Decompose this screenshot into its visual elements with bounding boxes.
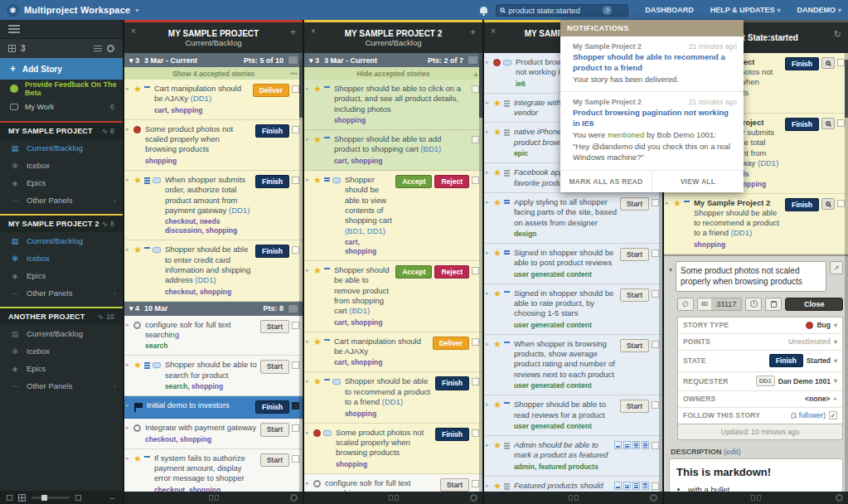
iteration-menu-icon[interactable] [468, 56, 477, 64]
story-expand-caret-icon[interactable]: ▸ [306, 85, 311, 125]
story-expand-caret-icon[interactable]: ▸ [306, 177, 311, 256]
sidebar-item-current-backlog[interactable]: ▤Current/Backlog [0, 232, 123, 250]
story-row[interactable]: ▸★My Sample Project 2Shopper should be a… [664, 194, 848, 254]
close-panel-icon[interactable]: × [131, 27, 136, 36]
story-label[interactable]: cart, [334, 358, 351, 366]
refresh-icon[interactable]: ↻ [834, 29, 841, 40]
story-ref[interactable]: (DD1) [731, 228, 752, 237]
finish-button[interactable]: Finish [785, 57, 819, 70]
start-button[interactable]: Start [440, 478, 469, 492]
focus-search-button[interactable] [821, 57, 835, 69]
deliver-button[interactable]: Deliver [433, 337, 469, 350]
estimate-selector[interactable] [614, 482, 649, 490]
story-label[interactable]: shopping [351, 318, 382, 327]
story-label[interactable]: cart, [345, 238, 360, 246]
toggle-more-icon[interactable]: ▴ [474, 70, 477, 78]
story-label[interactable]: shopping [206, 226, 237, 235]
estimate-option-1[interactable] [614, 441, 622, 449]
story-label[interactable]: user generated content [514, 270, 592, 279]
story-ref[interactable]: (DD1) [195, 275, 216, 284]
project-activity[interactable]: ∿8 [102, 220, 114, 228]
story-label[interactable]: featured products [539, 463, 598, 471]
story-label[interactable]: shopping [189, 486, 220, 492]
finish-button[interactable]: Finish [255, 124, 289, 138]
story-checkbox[interactable] [292, 322, 299, 329]
story-label[interactable]: shopping [145, 157, 177, 165]
story-label[interactable]: shopping [191, 382, 223, 390]
estimate-option-3[interactable] [632, 441, 640, 449]
workspace-caret-icon[interactable]: ▾ [135, 7, 138, 14]
accepted-toggle-bar[interactable]: Hide accepted stories▴ [304, 67, 482, 80]
story-label[interactable]: search [145, 342, 167, 350]
description-edit-link[interactable]: (edit) [724, 448, 741, 456]
search-box[interactable]: ? [496, 4, 628, 17]
panels-grid-icon[interactable] [8, 45, 16, 52]
story-expand-caret-icon[interactable]: ▸ [126, 177, 131, 235]
split-panel-icon[interactable] [209, 495, 219, 501]
sidebar-item-epics[interactable]: ◈Epics [0, 174, 123, 191]
story-expand-caret-icon[interactable]: ▸ [486, 341, 491, 390]
reject-button[interactable]: Reject [434, 175, 469, 188]
project-activity[interactable]: ∿8 [102, 127, 114, 135]
zoom-slider-handle[interactable] [41, 495, 47, 501]
delete-story-button[interactable] [765, 298, 782, 311]
story-label[interactable]: user generated content [514, 381, 592, 390]
sidebar-item-other-panels[interactable]: ⋯Other Panels› [0, 191, 123, 209]
start-button[interactable]: Start [620, 248, 649, 261]
story-row[interactable]: ▸Initial demo to investorsFinish [124, 396, 303, 419]
iteration-caret-icon[interactable]: ▾ 3 [309, 56, 319, 65]
story-expand-caret-icon[interactable]: ▸ [306, 480, 311, 492]
story-checkbox[interactable] [837, 200, 845, 207]
start-button[interactable]: Start [260, 320, 289, 333]
story-label[interactable]: user generated content [514, 422, 592, 430]
story-label[interactable]: shopping [334, 116, 366, 124]
iteration-menu-icon[interactable] [288, 56, 298, 64]
search-input[interactable] [508, 6, 599, 15]
story-expand-caret-icon[interactable]: ▸ [306, 136, 311, 166]
expand-button[interactable]: ↗ [830, 261, 843, 274]
story-expand-caret-icon[interactable]: ▸ [126, 455, 131, 492]
story-expand-caret-icon[interactable]: ▸ [126, 246, 131, 296]
story-ref[interactable]: (BD1) [349, 306, 370, 315]
story-checkbox[interactable] [652, 401, 659, 409]
story-label[interactable]: checkout, [154, 486, 189, 492]
story-checkbox[interactable] [292, 126, 299, 133]
story-row[interactable]: ▸★Shopper should be able to add product … [304, 130, 482, 171]
story-row[interactable]: ▸★Shopper should be able to remove produ… [304, 261, 482, 332]
workspace-title[interactable]: Multiproject Workspace [24, 5, 130, 15]
story-expand-caret-icon[interactable]: ▸ [486, 250, 491, 279]
story-checkbox[interactable] [292, 85, 299, 93]
story-label[interactable]: shopping [351, 358, 382, 366]
start-button[interactable]: Start [620, 197, 649, 211]
menu-user[interactable]: DANDEMO▾ [797, 6, 841, 14]
start-button[interactable]: Start [620, 339, 649, 352]
story-row[interactable]: ▸★When shopper is browsing products, sho… [484, 335, 662, 395]
finish-button[interactable]: Finish [769, 354, 803, 367]
story-checkbox[interactable] [472, 378, 479, 385]
split-panel-icon[interactable] [751, 495, 761, 501]
story-row[interactable]: ▸★Shopper should be able to click on a p… [304, 80, 482, 130]
story-label[interactable]: checkout, [165, 288, 200, 296]
story-title-input[interactable]: Some product photos not scaled properly … [676, 261, 826, 292]
finish-button[interactable]: Finish [435, 376, 469, 390]
story-checkbox[interactable] [292, 402, 299, 410]
story-expand-caret-icon[interactable]: ▸ [486, 442, 491, 472]
story-expand-caret-icon[interactable]: ▸ [306, 267, 311, 327]
start-button[interactable]: Start [260, 453, 289, 467]
start-button[interactable]: Start [260, 423, 289, 436]
story-checkbox[interactable] [652, 442, 659, 449]
story-label[interactable]: shopping [694, 240, 725, 249]
story-row[interactable]: ▸★When shopper submits order, authorize … [124, 171, 303, 240]
history-clock-button[interactable] [745, 298, 762, 311]
sidebar-item-epics[interactable]: ◈Epics [0, 360, 123, 377]
focus-search-button[interactable] [821, 118, 835, 129]
finish-button[interactable]: Finish [435, 428, 469, 441]
notifications-bell-icon[interactable] [480, 7, 487, 13]
story-expand-caret-icon[interactable]: ▸ [486, 290, 491, 330]
story-row[interactable]: ▸★Featured products should appear on the… [484, 477, 662, 492]
story-checkbox[interactable] [472, 267, 479, 274]
story-checkbox[interactable] [652, 482, 659, 490]
collapse-caret-icon[interactable]: ▾ [669, 266, 672, 274]
story-expand-caret-icon[interactable]: ▸ [306, 338, 311, 368]
split-panel-icon[interactable] [389, 495, 399, 501]
